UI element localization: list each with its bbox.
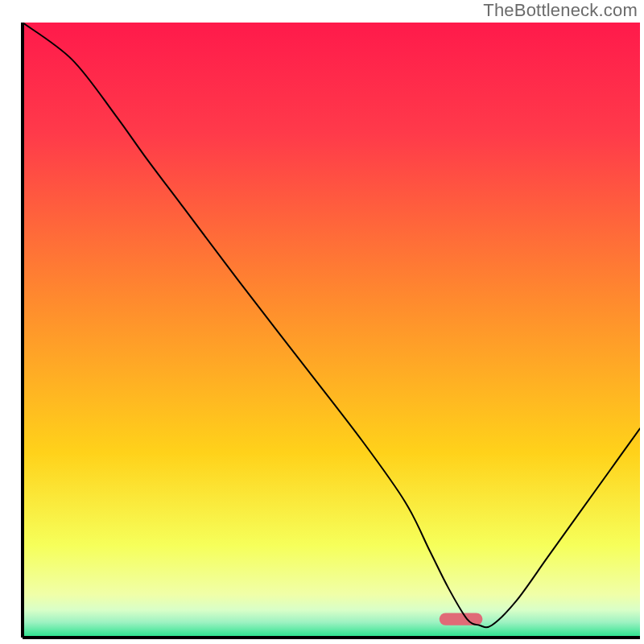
chart-container: TheBottleneck.com bbox=[0, 0, 644, 644]
optimal-marker bbox=[440, 613, 483, 625]
bottleneck-chart bbox=[0, 0, 644, 644]
watermark-text: TheBottleneck.com bbox=[483, 0, 638, 21]
